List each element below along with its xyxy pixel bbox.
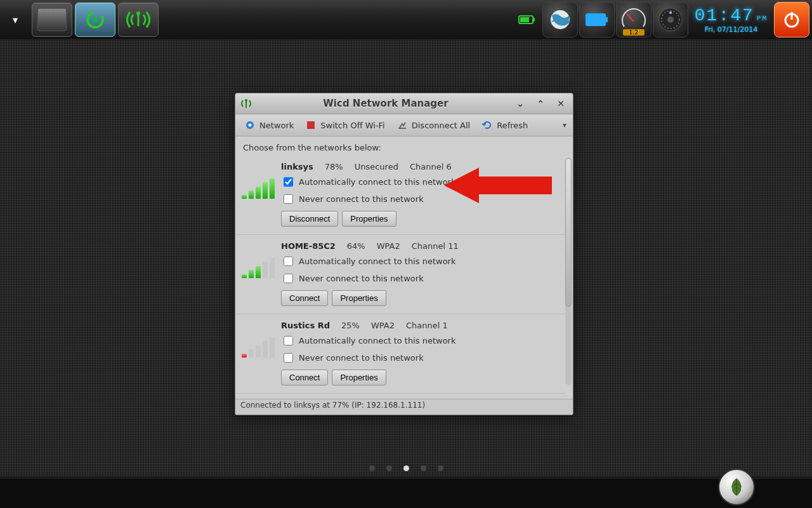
toolbar: Network Switch Off Wi-Fi Disconnect All … — [235, 114, 573, 137]
svg-rect-5 — [520, 17, 529, 22]
network-header: linksys78%UnsecuredChannel 6 — [281, 162, 555, 171]
never-connect-label: Never connect to this network — [299, 194, 424, 204]
launcher-leaf-button[interactable] — [718, 469, 755, 505]
power-button[interactable] — [774, 2, 809, 37]
toolbar-overflow-button[interactable]: ▾ — [560, 118, 569, 132]
tray-volume-icon[interactable] — [653, 2, 688, 37]
svg-point-15 — [245, 99, 247, 102]
network-button-row: ConnectProperties — [281, 290, 555, 306]
network-item: Rustics Rd25%WPA2Channel 1Automatically … — [235, 314, 565, 393]
network-channel: Channel 1 — [406, 321, 448, 330]
refresh-icon — [481, 119, 493, 131]
window-content: Choose from the networks below: linksys7… — [235, 137, 573, 399]
network-signal: 78% — [325, 162, 343, 171]
disconnect-icon — [396, 119, 408, 131]
properties-button[interactable]: Properties — [342, 211, 396, 227]
properties-button[interactable]: Properties — [332, 370, 386, 385]
auto-connect-checkbox[interactable] — [284, 177, 293, 187]
connect-button[interactable]: Connect — [281, 290, 328, 306]
status-bar: Connected to linksys at 77% (IP: 192.168… — [235, 399, 573, 415]
never-connect-checkbox[interactable] — [284, 353, 293, 363]
auto-connect-row[interactable]: Automatically connect to this network — [281, 175, 555, 189]
network-icon — [244, 119, 256, 131]
wicd-window: Wicd Network Manager ⌄ ⌃ ✕ Network Switc… — [235, 93, 573, 415]
network-button-row: DisconnectProperties — [281, 211, 555, 227]
signal-strength-icon — [242, 258, 275, 278]
bottom-panel — [0, 478, 812, 508]
network-ssid: HOME-85C2 — [281, 241, 336, 251]
cpu-gauge-value: 1.2 — [623, 29, 645, 36]
scrollbar[interactable] — [565, 158, 572, 385]
network-ssid: Rustics Rd — [281, 321, 330, 330]
network-channel: Channel 11 — [412, 241, 459, 251]
auto-connect-checkbox[interactable] — [284, 336, 293, 345]
clock[interactable]: 01:47PM Fri, 07/11/2014 — [690, 6, 773, 34]
titlebar-wifi-icon — [239, 97, 253, 110]
window-minimize-button[interactable]: ⌄ — [514, 98, 526, 109]
clock-ampm: PM — [757, 15, 768, 22]
networks-prompt: Choose from the networks below: — [235, 137, 573, 156]
tray-battery-icon[interactable] — [579, 2, 615, 37]
network-security: Unsecured — [355, 162, 398, 171]
never-connect-label: Never connect to this network — [299, 274, 424, 283]
svg-point-2 — [136, 11, 140, 15]
svg-rect-18 — [307, 121, 315, 129]
top-panel: ▾ 1.2 01:47PM — [0, 0, 812, 40]
network-item: Rustics Rd-guest24%UnsecuredChannel 1Aut… — [235, 393, 565, 399]
never-connect-row[interactable]: Never connect to this network — [281, 192, 555, 206]
signal-strength-icon — [242, 337, 275, 358]
toolbar-refresh-button[interactable]: Refresh — [476, 117, 533, 133]
tray-globe-icon[interactable] — [542, 2, 578, 37]
dock-app-blank[interactable] — [32, 3, 72, 37]
toolbar-disconnect-all-button[interactable]: Disconnect All — [391, 117, 475, 133]
clock-time: 01:47 — [695, 6, 754, 25]
network-security: WPA2 — [377, 241, 400, 251]
panel-right: 1.2 01:47PM Fri, 07/11/2014 — [513, 0, 812, 39]
window-maximize-button[interactable]: ⌃ — [535, 98, 546, 109]
panel-left: ▾ — [0, 0, 160, 39]
network-security: WPA2 — [371, 321, 395, 330]
window-title: Wicd Network Manager — [257, 98, 514, 109]
dock-app-network-settings[interactable] — [75, 3, 115, 37]
titlebar[interactable]: Wicd Network Manager ⌄ ⌃ ✕ — [235, 93, 573, 114]
never-connect-checkbox[interactable] — [284, 274, 293, 283]
svg-line-7 — [627, 14, 634, 22]
network-item: linksys78%UnsecuredChannel 6Automaticall… — [235, 156, 565, 234]
svg-point-1 — [93, 17, 98, 22]
network-channel: Channel 6 — [410, 162, 452, 171]
svg-point-10 — [667, 17, 674, 23]
network-header: Rustics Rd25%WPA2Channel 1 — [281, 321, 555, 330]
toolbar-network-button[interactable]: Network — [239, 117, 299, 133]
network-signal: 64% — [347, 241, 365, 251]
svg-point-11 — [669, 11, 672, 14]
auto-connect-row[interactable]: Automatically connect to this network — [281, 255, 555, 268]
signal-strength-icon — [242, 178, 275, 199]
auto-connect-label: Automatically connect to this network — [299, 177, 455, 187]
toolbar-switch-off-wifi-button[interactable]: Switch Off Wi-Fi — [300, 117, 390, 133]
main-menu-button[interactable]: ▾ — [0, 4, 30, 35]
auto-connect-checkbox[interactable] — [284, 257, 293, 266]
never-connect-label: Never connect to this network — [299, 353, 424, 363]
auto-connect-label: Automatically connect to this network — [299, 257, 455, 266]
dock-app-wicd[interactable] — [118, 3, 159, 37]
never-connect-row[interactable]: Never connect to this network — [281, 351, 555, 364]
clock-date: Fri, 07/11/2014 — [705, 25, 758, 34]
svg-rect-4 — [533, 18, 535, 22]
window-close-button[interactable]: ✕ — [555, 98, 566, 109]
network-item: HOME-85C264%WPA2Channel 11Automatically … — [235, 234, 565, 314]
auto-connect-label: Automatically connect to this network — [299, 336, 455, 345]
switch-off-icon — [305, 119, 317, 131]
disconnect-button[interactable]: Disconnect — [281, 211, 338, 227]
tray-cpu-gauge-icon[interactable]: 1.2 — [616, 2, 652, 37]
connect-button[interactable]: Connect — [281, 370, 328, 385]
network-header: HOME-85C264%WPA2Channel 11 — [281, 241, 555, 251]
auto-connect-row[interactable]: Automatically connect to this network — [281, 334, 555, 347]
tray-battery-small-icon[interactable] — [513, 6, 541, 34]
properties-button[interactable]: Properties — [332, 290, 386, 306]
never-connect-row[interactable]: Never connect to this network — [281, 272, 555, 285]
workspace-pager[interactable] — [0, 465, 812, 471]
never-connect-checkbox[interactable] — [284, 194, 293, 204]
svg-rect-19 — [398, 128, 406, 129]
network-signal: 25% — [341, 321, 360, 330]
scroll-thumb[interactable] — [565, 158, 572, 307]
